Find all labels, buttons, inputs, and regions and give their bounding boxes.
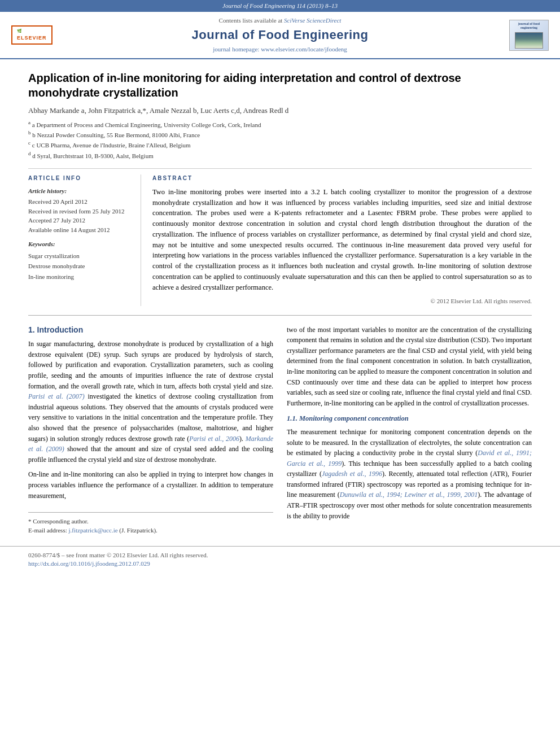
keyword-1: Sugar crystallization bbox=[28, 251, 133, 261]
journal-main-title: Journal of Food Engineering bbox=[68, 27, 492, 44]
affiliation-a: a a Department of Process and Chemical E… bbox=[28, 119, 532, 129]
thumb-label: journal of food engineering bbox=[511, 22, 546, 31]
article-info-col: ARTICLE INFO Article history: Received 2… bbox=[28, 174, 141, 306]
article-history-group: Article history: Received 20 April 2012 … bbox=[28, 187, 133, 234]
authors-text: Abhay Markande a, John Fitzpatrick a,*, … bbox=[28, 106, 288, 115]
footer-doi: http://dx.doi.org/10.1016/j.jfoodeng.201… bbox=[28, 560, 532, 568]
footnote-area: * Corresponding author. E-mail address: … bbox=[28, 512, 273, 535]
homepage-url[interactable]: www.elsevier.com/locate/jfoodeng bbox=[261, 46, 347, 53]
footnote-star: * Corresponding author. bbox=[28, 517, 273, 526]
keywords-heading: Keywords: bbox=[28, 240, 133, 248]
sciverse-prefix: Contents lists available at bbox=[219, 17, 284, 24]
abstract-label: ABSTRACT bbox=[152, 174, 532, 182]
elsevier-logo: 🌿 ELSEVIER bbox=[11, 25, 53, 45]
content-area: Application of in-line monitoring for ai… bbox=[0, 59, 560, 546]
homepage-label: journal homepage: bbox=[213, 46, 261, 53]
authors-line: Abhay Markande a, John Fitzpatrick a,*, … bbox=[28, 106, 532, 116]
footer-doi-link[interactable]: http://dx.doi.org/10.1016/j.jfoodeng.201… bbox=[28, 560, 150, 567]
affiliation-b: b b Nezzal Powder Consulting, 55 Rue Ber… bbox=[28, 129, 532, 139]
affiliation-c: c c UCB Pharma, Avenue de l'Industrie, B… bbox=[28, 139, 532, 150]
email-link[interactable]: j.fitzpatrick@ucc.ie bbox=[68, 527, 117, 534]
affiliation-d: d d Syral, Burchtstraat 10, B-9300, Aals… bbox=[28, 150, 532, 160]
body-right-col: two of the most important variables to m… bbox=[287, 325, 532, 535]
body-two-col: 1. Introduction In sugar manufacturing, … bbox=[28, 325, 532, 535]
body-left-col: 1. Introduction In sugar manufacturing, … bbox=[28, 325, 273, 535]
intro-para2: On-line and in-line monitoring can also … bbox=[28, 469, 273, 501]
footnote-email: E-mail address: j.fitzpatrick@ucc.ie (J.… bbox=[28, 526, 273, 535]
affiliations: a a Department of Process and Chemical E… bbox=[28, 119, 532, 160]
intro-heading: 1. Introduction bbox=[28, 325, 273, 336]
right-para2: The measurement technique for monitoring… bbox=[287, 427, 532, 521]
section-divider bbox=[28, 315, 532, 316]
keywords-list: Sugar crystallization Dextrose monohydra… bbox=[28, 251, 133, 282]
journal-citation-bar: Journal of Food Engineering 114 (2013) 8… bbox=[0, 0, 560, 12]
sciverse-link[interactable]: SciVerse ScienceDirect bbox=[284, 17, 341, 24]
revised-date: Received in revised form 25 July 2012 bbox=[28, 207, 133, 216]
footer-bar: 0260-8774/$ – see front matter © 2012 El… bbox=[0, 546, 560, 573]
journal-header-center: Contents lists available at SciVerse Sci… bbox=[68, 16, 492, 54]
sciverse-line: Contents lists available at SciVerse Sci… bbox=[68, 16, 492, 25]
abstract-col: ABSTRACT Two in-line monitoring probes w… bbox=[152, 174, 532, 306]
subsection-1-1-heading: 1.1. Monitoring component concentration bbox=[287, 414, 532, 424]
available-date: Available online 14 August 2012 bbox=[28, 225, 133, 235]
abstract-text: Two in-line monitoring probes were inser… bbox=[152, 187, 532, 293]
article-info-abstract-section: ARTICLE INFO Article history: Received 2… bbox=[28, 168, 532, 306]
journal-citation-text: Journal of Food Engineering 114 (2013) 8… bbox=[222, 2, 338, 9]
accepted-date: Accepted 27 July 2012 bbox=[28, 216, 133, 225]
email-label: E-mail address: bbox=[28, 527, 68, 534]
journal-header: 🌿 ELSEVIER Contents lists available at S… bbox=[0, 12, 560, 59]
footer-issn: 0260-8774/$ – see front matter © 2012 El… bbox=[28, 551, 532, 560]
keyword-3: In-line monitoring bbox=[28, 272, 133, 282]
received-date: Received 20 April 2012 bbox=[28, 197, 133, 207]
email-suffix: (J. Fitzpatrick). bbox=[119, 527, 158, 534]
article-title: Application of in-line monitoring for ai… bbox=[28, 71, 532, 100]
elsevier-logo-area: 🌿 ELSEVIER bbox=[11, 25, 68, 45]
history-heading: Article history: bbox=[28, 187, 133, 195]
right-para1: two of the most important variables to m… bbox=[287, 325, 532, 409]
article-info-label: ARTICLE INFO bbox=[28, 174, 133, 182]
journal-thumbnail: journal of food engineering bbox=[509, 20, 549, 51]
journal-homepage-line: journal homepage: www.elsevier.com/locat… bbox=[68, 45, 492, 54]
elsevier-label: ELSEVIER bbox=[17, 34, 47, 42]
intro-para1: In sugar manufacturing, dextrose monohyd… bbox=[28, 339, 273, 465]
journal-thumb-area: journal of food engineering bbox=[492, 20, 549, 51]
keyword-2: Dextrose monohydrate bbox=[28, 261, 133, 272]
keywords-group: Keywords: Sugar crystallization Dextrose… bbox=[28, 240, 133, 282]
copyright-line: © 2012 Elsevier Ltd. All rights reserved… bbox=[152, 297, 532, 305]
